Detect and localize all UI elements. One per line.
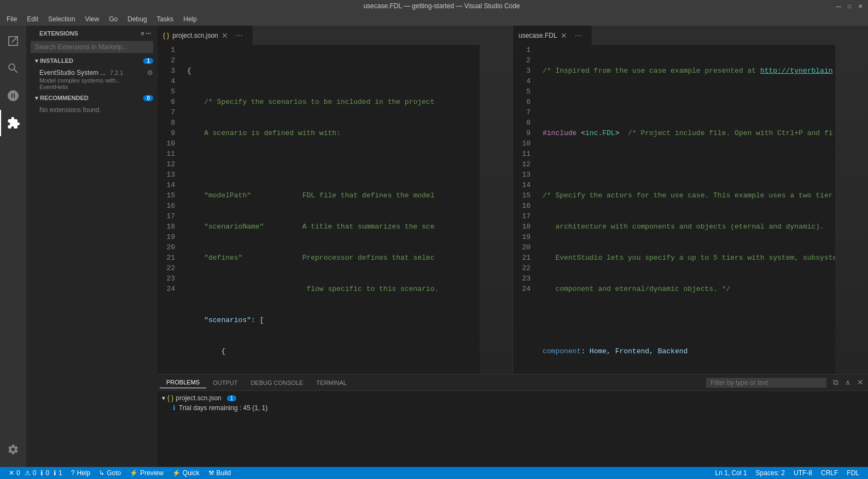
status-language-text: FDL (847, 469, 859, 477)
status-line-ending[interactable]: CRLF (817, 469, 842, 477)
extension-eventstudio[interactable]: EventStudio System ... 7.2.1 ⚙ Model com… (26, 67, 158, 92)
status-goto[interactable]: ↳ Goto (95, 469, 125, 477)
panel-actions: ⧉ ∧ ✕ (831, 377, 866, 388)
status-warning-count: 0 (33, 469, 37, 477)
status-info2-count: 1 (59, 469, 62, 477)
sidebar: Extensions ≡ ··· ▾ Installed 1 EventStud… (26, 26, 158, 467)
menu-debug[interactable]: Debug (123, 14, 151, 24)
search-extensions-input[interactable] (31, 41, 153, 53)
left-tab-project[interactable]: { } project.scn.json ✕ ··· (158, 26, 253, 45)
problem-section-name: project.scn.json (176, 394, 221, 402)
activity-git[interactable] (0, 83, 26, 109)
help-icon: ? (71, 469, 75, 477)
status-help[interactable]: ? Help (67, 469, 95, 477)
window-title: usecase.FDL — getting-started — Visual S… (48, 2, 835, 10)
status-right: Ln 1, Col 1 Spaces: 2 UTF-8 CRLF FDL (711, 469, 864, 477)
menu-go[interactable]: Go (104, 14, 122, 24)
menu-selection[interactable]: Selection (44, 14, 79, 24)
activity-extensions[interactable] (0, 110, 26, 136)
menu-file[interactable]: File (2, 14, 21, 24)
left-minimap (480, 45, 512, 374)
menu-view[interactable]: View (80, 14, 103, 24)
menu-bar: File Edit Selection View Go Debug Tasks … (0, 12, 868, 26)
left-line-numbers: 12345 678910 1112131415 1617181920 21222… (158, 45, 185, 374)
more-icon[interactable]: ··· (146, 30, 151, 37)
left-code-content[interactable]: { /* Specify the scenarios to be include… (185, 45, 480, 374)
preview-icon: ⚡ (130, 469, 138, 477)
close-button[interactable]: ✕ (857, 3, 864, 9)
status-quick[interactable]: ⚡ Quick (168, 469, 204, 477)
status-build[interactable]: ⚒ Build (204, 469, 236, 477)
panel-filter-input[interactable] (706, 378, 826, 388)
panel: Problems Output Debug Console Terminal ⧉… (158, 374, 868, 467)
panel-content: ▾ { } project.scn.json 1 ℹ Trial days re… (158, 391, 868, 467)
installed-section-header[interactable]: ▾ Installed 1 (26, 55, 158, 67)
recommended-section-header[interactable]: ▾ Recommended 0 (26, 92, 158, 104)
panel-tab-output[interactable]: Output (206, 377, 244, 388)
minimize-button[interactable]: — (835, 3, 842, 9)
filter-icon[interactable]: ≡ (141, 30, 144, 37)
no-extensions-text: No extensions found. (26, 104, 158, 116)
quick-icon: ⚡ (172, 469, 180, 477)
editor-area: { } project.scn.json ✕ ··· 12345 678910 … (158, 26, 868, 467)
error-icon: ✕ (9, 469, 14, 477)
ext-eventstudio-desc: Model complex systems with... (39, 77, 153, 84)
panel-copy-icon[interactable]: ⧉ (831, 377, 841, 388)
maximize-button[interactable]: □ (846, 3, 853, 9)
sidebar-header-icons: ≡ ··· (141, 30, 151, 37)
activity-bar (0, 26, 26, 467)
status-preview-label: Preview (140, 469, 164, 477)
panel-tab-debug[interactable]: Debug Console (244, 377, 310, 388)
status-bar: ✕ 0 ⚠ 0 ℹ 0 ℹ 1 ? Help ↳ Goto ⚡ Preview … (0, 467, 868, 479)
status-build-label: Build (217, 469, 231, 477)
problem-item-trial[interactable]: ℹ Trial days remaining : 45 (1, 1) (162, 403, 864, 413)
right-code-editor: 12345 678910 1112131415 1617181920 21222… (513, 45, 868, 374)
menu-tasks[interactable]: Tasks (153, 14, 178, 24)
build-icon: ⚒ (208, 469, 214, 477)
right-minimap (835, 45, 868, 374)
activity-search[interactable] (0, 55, 26, 81)
problem-section-count: 1 (227, 395, 237, 401)
activity-debug[interactable] (0, 273, 26, 300)
menu-edit[interactable]: Edit (22, 14, 43, 24)
right-tab-close[interactable]: ✕ (561, 31, 567, 40)
activity-settings[interactable] (0, 436, 26, 463)
activity-bar-bottom (0, 436, 26, 463)
title-bar: usecase.FDL — getting-started — Visual S… (0, 0, 868, 12)
panel-tab-terminal[interactable]: Terminal (310, 377, 353, 388)
status-preview[interactable]: ⚡ Preview (125, 469, 168, 477)
problem-section-arrow: ▾ (162, 394, 165, 402)
status-encoding[interactable]: UTF-8 (789, 469, 817, 477)
status-error-count: 0 (16, 469, 20, 477)
status-spaces-text: Spaces: 2 (756, 469, 785, 477)
status-errors[interactable]: ✕ 0 ⚠ 0 ℹ 0 ℹ 1 (4, 469, 67, 477)
status-language[interactable]: FDL (842, 469, 864, 477)
info2-status-icon: ℹ (54, 469, 56, 477)
right-code-content[interactable]: /* Inspired from the use case example pr… (540, 45, 835, 374)
right-tab-more[interactable]: ··· (570, 31, 586, 40)
left-tab-bar: { } project.scn.json ✕ ··· (158, 26, 512, 45)
editor-split: { } project.scn.json ✕ ··· 12345 678910 … (158, 26, 868, 374)
right-tab-usecase[interactable]: usecase.FDL ✕ ··· (513, 26, 592, 45)
left-tab-more[interactable]: ··· (231, 31, 247, 40)
ext-settings-icon[interactable]: ⚙ (147, 69, 153, 77)
activity-explorer[interactable] (0, 28, 26, 54)
panel-tab-problems[interactable]: Problems (160, 377, 206, 388)
status-info-count: 0 (45, 469, 49, 477)
info-icon: ℹ (173, 404, 176, 412)
sidebar-header: Extensions ≡ ··· (26, 26, 158, 39)
main-layout: Extensions ≡ ··· ▾ Installed 1 EventStud… (0, 26, 868, 467)
problem-section-project[interactable]: ▾ { } project.scn.json 1 (162, 393, 864, 403)
ext-eventstudio-name: EventStudio System ... 7.2.1 (39, 69, 123, 77)
right-tab-label: usecase.FDL (519, 32, 557, 39)
left-editor-pane: { } project.scn.json ✕ ··· 12345 678910 … (158, 26, 512, 374)
status-position[interactable]: Ln 1, Col 1 (711, 469, 752, 477)
problem-section-icon: { } (167, 394, 173, 402)
status-spaces[interactable]: Spaces: 2 (752, 469, 789, 477)
status-help-label: Help (77, 469, 90, 477)
left-tab-close[interactable]: ✕ (222, 31, 228, 40)
ext-eventstudio-publisher: EventHelix (39, 84, 153, 90)
panel-expand-icon[interactable]: ∧ (843, 377, 853, 388)
menu-help[interactable]: Help (179, 14, 201, 24)
panel-close-icon[interactable]: ✕ (855, 377, 866, 388)
